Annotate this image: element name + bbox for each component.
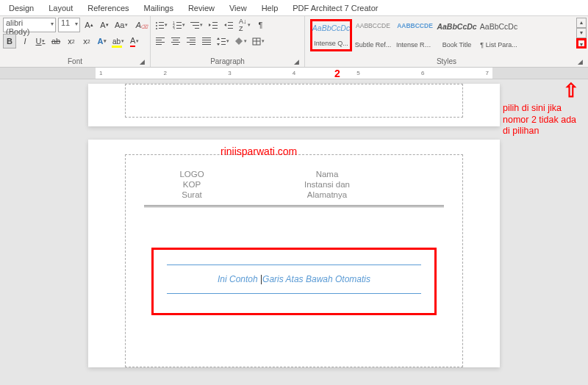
horizontal-ruler[interactable]: 1234567 xyxy=(0,68,588,79)
svg-rect-21 xyxy=(156,37,165,38)
svg-rect-5 xyxy=(159,28,164,29)
ribbon: alibri (Body) 11 A▴ A▾ Aa A⌫ B I U ab x2… xyxy=(0,16,588,68)
text-effects-button[interactable]: A xyxy=(96,34,109,48)
underline-button[interactable]: U xyxy=(34,34,47,48)
svg-rect-20 xyxy=(228,28,233,29)
letterhead-left: LOGO KOP Surat xyxy=(159,170,225,199)
decrease-indent-button[interactable] xyxy=(207,18,220,32)
font-name-select[interactable]: alibri (Body) xyxy=(3,18,56,32)
bullets-button[interactable] xyxy=(154,18,169,32)
styles-dialog-launcher[interactable]: ◢ xyxy=(576,58,584,65)
tab-view[interactable]: View xyxy=(222,4,254,12)
style-book-title[interactable]: AaBbCcDc Book Title xyxy=(436,19,478,51)
paragraph-group-label: Paragraph◢ xyxy=(154,56,301,67)
style-intense-reference[interactable]: AABBCCDE Intense Re... xyxy=(394,19,436,51)
group-paragraph: 123 A↓Z ¶ Paragraph◢ xyxy=(151,16,305,67)
svg-rect-23 xyxy=(156,42,165,43)
svg-rect-9 xyxy=(176,25,182,26)
styles-scroll-down[interactable]: ▾ xyxy=(576,28,587,38)
highlight-button[interactable]: ab xyxy=(111,34,126,48)
document-page[interactable]: LOGO KOP Surat Nama Instansi dan Alamatn… xyxy=(88,140,500,367)
svg-rect-30 xyxy=(190,40,196,40)
line-spacing-button[interactable] xyxy=(215,34,231,48)
svg-point-4 xyxy=(156,28,157,29)
paragraph-dialog-launcher[interactable]: ◢ xyxy=(293,58,300,65)
svg-rect-26 xyxy=(173,40,179,40)
align-right-button[interactable] xyxy=(184,34,198,48)
increase-indent-button[interactable] xyxy=(222,18,235,32)
svg-rect-29 xyxy=(187,37,196,38)
tab-review[interactable]: Review xyxy=(181,4,222,12)
borders-button[interactable] xyxy=(251,34,266,48)
svg-rect-28 xyxy=(173,44,179,45)
superscript-button[interactable]: x2 xyxy=(80,34,93,48)
letterhead: LOGO KOP Surat Nama Instansi dan Alamatn… xyxy=(144,170,444,207)
styles-scroll: ▴ ▾ ▾ xyxy=(576,18,587,48)
shrink-font-button[interactable]: A▾ xyxy=(98,18,111,32)
svg-rect-13 xyxy=(193,25,199,26)
svg-rect-27 xyxy=(171,42,180,43)
align-left-button[interactable] xyxy=(154,34,167,48)
svg-rect-19 xyxy=(228,25,233,26)
letterhead-right: Nama Instansi dan Alamatnya xyxy=(225,170,429,199)
styles-group-label: Styles◢ xyxy=(308,56,585,67)
font-group-label: Font◢ xyxy=(3,56,147,67)
text-cursor xyxy=(261,275,262,284)
tab-mailings[interactable]: Mailings xyxy=(137,4,181,12)
font-dialog-launcher[interactable]: ◢ xyxy=(138,58,146,65)
svg-rect-25 xyxy=(171,37,180,38)
subscript-button[interactable]: x2 xyxy=(65,34,78,48)
svg-rect-36 xyxy=(202,44,211,45)
svg-rect-38 xyxy=(221,41,226,42)
svg-rect-16 xyxy=(212,25,218,26)
svg-rect-22 xyxy=(156,40,162,40)
numbering-button[interactable]: 123 xyxy=(171,18,187,32)
clear-formatting-button[interactable]: A⌫ xyxy=(132,18,145,32)
svg-rect-24 xyxy=(156,44,162,45)
styles-scroll-up[interactable]: ▴ xyxy=(576,18,587,28)
font-color-button[interactable]: A xyxy=(128,34,141,48)
svg-rect-37 xyxy=(221,38,226,39)
svg-rect-17 xyxy=(212,28,218,29)
change-case-button[interactable]: Aa xyxy=(113,18,129,32)
show-marks-button[interactable]: ¶ xyxy=(254,18,268,32)
style-intense-quote[interactable]: AaBbCcDc Intense Q... xyxy=(310,19,352,51)
tab-design[interactable]: Design xyxy=(1,4,41,12)
intense-quote-block[interactable]: Ini Contoh Garis Atas Bawah Otomatis xyxy=(151,248,437,315)
styles-more-button[interactable]: ▾ xyxy=(576,38,587,48)
font-size-select[interactable]: 11 xyxy=(58,18,80,32)
svg-rect-15 xyxy=(212,22,218,23)
style-subtle-reference[interactable]: AABBCCDE Subtle Ref... xyxy=(352,19,394,51)
grow-font-button[interactable]: A▴ xyxy=(82,18,96,32)
tab-references[interactable]: References xyxy=(80,4,136,12)
svg-rect-32 xyxy=(190,44,196,45)
quote-text[interactable]: Ini Contoh Garis Atas Bawah Otomatis xyxy=(167,270,421,289)
sort-button[interactable]: A↓Z xyxy=(237,18,252,32)
justify-button[interactable] xyxy=(200,34,213,48)
style-list-paragraph[interactable]: AaBbCcDc ¶ List Para... xyxy=(478,19,520,51)
group-styles: AaBbCcDc Intense Q... AABBCCDE Subtle Re… xyxy=(305,16,588,67)
quote-bottom-line xyxy=(167,293,421,294)
svg-rect-11 xyxy=(176,28,182,29)
svg-rect-35 xyxy=(202,42,211,43)
svg-rect-33 xyxy=(202,37,211,38)
italic-button[interactable]: I xyxy=(18,34,32,48)
svg-rect-3 xyxy=(159,25,164,26)
svg-point-2 xyxy=(156,25,157,26)
svg-rect-31 xyxy=(187,42,196,43)
tab-layout[interactable]: Layout xyxy=(41,4,80,12)
svg-text:3: 3 xyxy=(173,26,175,29)
multilevel-list-button[interactable] xyxy=(189,18,204,32)
ribbon-tabs: Design Layout References Mailings Review… xyxy=(0,0,588,16)
tab-pdf-architect[interactable]: PDF Architect 7 Creator xyxy=(285,4,385,12)
group-font: alibri (Body) 11 A▴ A▾ Aa A⌫ B I U ab x2… xyxy=(0,16,151,67)
svg-rect-39 xyxy=(221,44,226,45)
shading-button[interactable] xyxy=(233,34,248,48)
previous-page-bottom xyxy=(88,84,500,126)
bold-button[interactable]: B xyxy=(3,34,16,48)
document-area[interactable]: LOGO KOP Surat Nama Instansi dan Alamatn… xyxy=(0,79,588,385)
strikethrough-button[interactable]: ab xyxy=(49,34,62,48)
svg-point-0 xyxy=(156,22,157,24)
tab-help[interactable]: Help xyxy=(254,4,286,12)
align-center-button[interactable] xyxy=(169,34,182,48)
